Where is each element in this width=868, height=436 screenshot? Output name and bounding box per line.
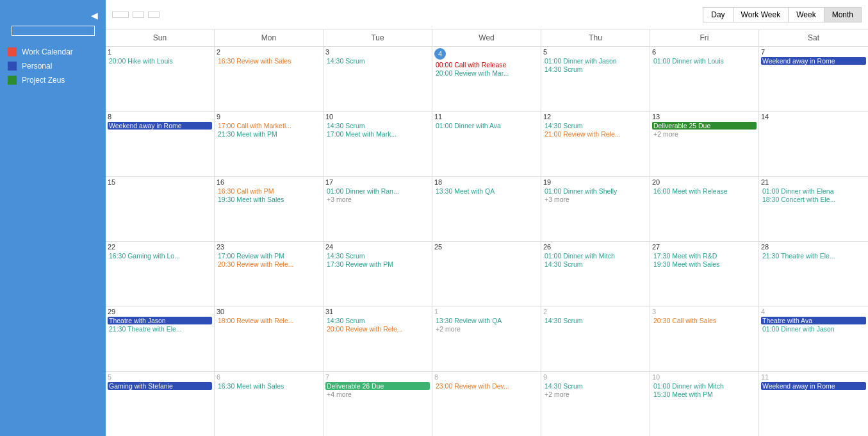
day-cell[interactable]: 501:00 Dinner with Jason14:30 Scrum	[541, 47, 650, 111]
day-cell[interactable]: 2414:30 Scrum17:30 Review with PM	[323, 242, 432, 306]
day-cell[interactable]: 1901:00 Dinner with Shelly+3 more	[541, 177, 650, 241]
day-cell[interactable]: 2016:00 Meet with Release	[650, 177, 759, 241]
day-cell[interactable]: 13Deliverable 25 Due+2 more	[650, 112, 759, 176]
day-cell[interactable]: 2101:00 Dinner with Elena18:30 Concert w…	[759, 177, 868, 241]
event[interactable]: 14:30 Scrum	[325, 57, 430, 65]
next-button[interactable]	[148, 12, 160, 18]
event[interactable]: Weekend away in Rome	[761, 57, 866, 65]
day-cell[interactable]: 314:30 Scrum	[323, 47, 432, 111]
day-cell[interactable]: 8Weekend away in Rome	[106, 112, 215, 176]
event[interactable]: 01:00 Dinner with Jason	[543, 57, 648, 65]
event[interactable]: 01:00 Dinner with Elena	[761, 187, 866, 195]
day-cell[interactable]: 11Weekend away in Rome	[759, 372, 868, 436]
event[interactable]: 16:00 Meet with Release	[652, 187, 757, 195]
day-cell[interactable]: 616:30 Meet with Sales	[215, 372, 323, 436]
event[interactable]: 18:30 Concert with Ele...	[761, 196, 866, 203]
event[interactable]: 01:00 Dinner with Louis	[652, 57, 757, 65]
day-cell[interactable]: 2821:30 Theatre with Ele...	[759, 242, 868, 306]
day-cell[interactable]: 1101:00 Dinner with Ava	[432, 112, 541, 176]
event[interactable]: 16:30 Review with Sales	[217, 57, 321, 65]
event[interactable]: 00:00 Call with Release	[434, 61, 539, 69]
day-cell[interactable]: 1813:30 Meet with QA	[432, 177, 541, 241]
event[interactable]: 01:00 Dinner with Ava	[434, 122, 539, 130]
event[interactable]: Gaming with Stefanie	[108, 382, 212, 390]
event[interactable]: Theatre with Ava	[761, 317, 866, 324]
create-button[interactable]	[12, 26, 95, 36]
day-cell[interactable]: 917:00 Call with Marketi...21:30 Meet wi…	[215, 112, 323, 176]
event[interactable]: 01:00 Dinner with Mitch	[652, 382, 757, 390]
event[interactable]: 21:30 Theatre with Ele...	[108, 325, 212, 333]
event[interactable]: 01:00 Dinner with Shelly	[543, 187, 648, 195]
day-cell[interactable]: 3018:00 Review with Rele...	[215, 306, 323, 371]
day-cell[interactable]: 2601:00 Dinner with Mitch14:30 Scrum	[541, 242, 650, 306]
event[interactable]: Weekend away in Rome	[761, 382, 866, 390]
more-events-link[interactable]: +3 more	[325, 196, 430, 203]
day-cell[interactable]: 2717:30 Meet with R&D19:30 Meet with Sal…	[650, 242, 759, 306]
event[interactable]: 16:30 Meet with Sales	[217, 382, 321, 390]
event[interactable]: 20:00 Review with Mar...	[434, 69, 539, 77]
event[interactable]: 16:30 Call with PM	[217, 187, 321, 195]
calendar-item[interactable]: Work Calendar	[8, 47, 98, 56]
event[interactable]: 19:30 Meet with Sales	[217, 196, 321, 203]
collapse-button[interactable]: ◀	[83, 5, 106, 26]
event[interactable]: 17:30 Review with PM	[325, 260, 430, 268]
calendar-item[interactable]: Project Zeus	[8, 76, 98, 85]
event[interactable]: 14:30 Scrum	[543, 317, 648, 324]
day-cell[interactable]: 15	[106, 177, 215, 241]
event[interactable]: 01:00 Dinner with Jason	[761, 325, 866, 333]
day-cell[interactable]: 1001:00 Dinner with Mitch15:30 Meet with…	[650, 372, 759, 436]
day-cell[interactable]: 320:30 Call with Sales	[650, 306, 759, 371]
event[interactable]: 17:00 Call with Marketi...	[217, 122, 321, 130]
event[interactable]: 20:30 Call with Sales	[652, 317, 757, 324]
event[interactable]: 13:30 Meet with QA	[434, 187, 539, 195]
event[interactable]: 21:00 Review with Rele...	[543, 130, 648, 138]
day-cell[interactable]: 1014:30 Scrum17:00 Meet with Mark...	[323, 112, 432, 176]
event[interactable]: Weekend away in Rome	[108, 122, 212, 130]
day-cell[interactable]: 14	[759, 112, 868, 176]
event[interactable]: Deliverable 26 Due	[325, 382, 430, 390]
day-cell[interactable]: 7Weekend away in Rome	[759, 47, 868, 111]
view-button-day[interactable]: Day	[703, 7, 733, 22]
day-cell[interactable]: 1616:30 Call with PM19:30 Meet with Sale…	[215, 177, 323, 241]
event[interactable]: 14:30 Scrum	[543, 260, 648, 268]
event[interactable]: 19:30 Meet with Sales	[652, 260, 757, 268]
event[interactable]: 01:00 Dinner with Mitch	[543, 252, 648, 260]
event[interactable]: 18:00 Review with Rele...	[217, 317, 321, 324]
event[interactable]: 14:30 Scrum	[543, 122, 648, 130]
view-button-week[interactable]: Week	[788, 7, 824, 22]
event[interactable]: 14:30 Scrum	[325, 252, 430, 260]
event[interactable]: 20:00 Review with Rele...	[325, 325, 430, 333]
event[interactable]: 20:30 Review with Rele...	[217, 260, 321, 268]
event[interactable]: 14:30 Scrum	[543, 65, 648, 73]
event[interactable]: 14:30 Scrum	[325, 122, 430, 130]
view-button-work-week[interactable]: Work Week	[733, 7, 789, 22]
more-events-link[interactable]: +2 more	[543, 390, 648, 398]
event[interactable]: 17:00 Review with PM	[217, 252, 321, 260]
event[interactable]: 23:00 Review with Dev...	[434, 382, 539, 390]
event[interactable]: 17:00 Meet with Mark...	[325, 130, 430, 138]
more-events-link[interactable]: +2 more	[652, 130, 757, 138]
event[interactable]: 01:00 Dinner with Ran...	[325, 187, 430, 195]
event[interactable]: 15:30 Meet with PM	[652, 390, 757, 398]
event[interactable]: 17:30 Meet with R&D	[652, 252, 757, 260]
day-cell[interactable]: 25	[432, 242, 541, 306]
day-cell[interactable]: 1214:30 Scrum21:00 Review with Rele...	[541, 112, 650, 176]
event[interactable]: 13:30 Review with QA	[434, 317, 539, 324]
event[interactable]: 21:30 Theatre with Ele...	[761, 252, 866, 260]
day-cell[interactable]: 1701:00 Dinner with Ran...+3 more	[323, 177, 432, 241]
day-cell[interactable]: 7Deliverable 26 Due+4 more	[323, 372, 432, 436]
day-cell[interactable]: 216:30 Review with Sales	[215, 47, 323, 111]
event[interactable]: 21:30 Meet with PM	[217, 130, 321, 138]
day-cell[interactable]: 400:00 Call with Release20:00 Review wit…	[432, 47, 541, 111]
more-events-link[interactable]: +4 more	[325, 390, 430, 398]
event[interactable]: Theatre with Jason	[108, 317, 212, 324]
day-cell[interactable]: 2317:00 Review with PM20:30 Review with …	[215, 242, 323, 306]
today-button[interactable]	[112, 12, 129, 18]
day-cell[interactable]: 214:30 Scrum	[541, 306, 650, 371]
day-cell[interactable]: 4Theatre with Ava01:00 Dinner with Jason	[759, 306, 868, 371]
day-cell[interactable]: 113:30 Review with QA+2 more	[432, 306, 541, 371]
event[interactable]: 20:00 Hike with Louis	[108, 57, 212, 65]
prev-button[interactable]	[133, 12, 144, 18]
calendar-item[interactable]: Personal	[8, 62, 98, 71]
day-cell[interactable]: 5Gaming with Stefanie	[106, 372, 215, 436]
